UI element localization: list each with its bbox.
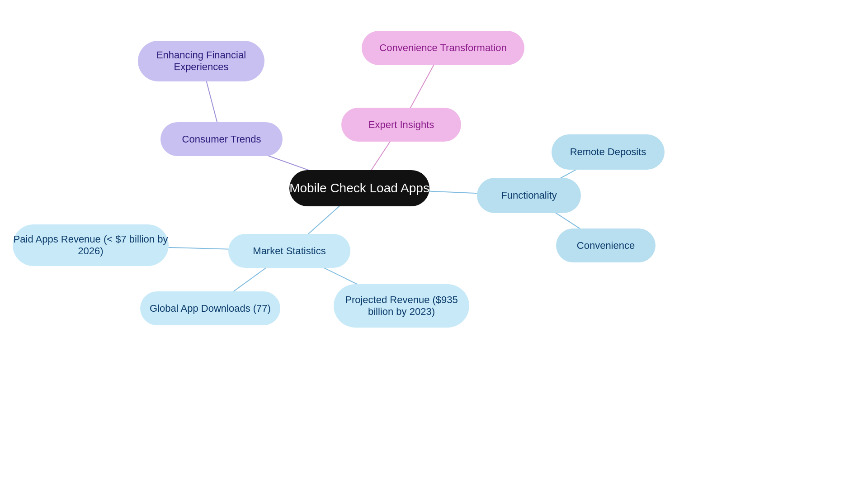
consumer-trends-node: Consumer Trends bbox=[160, 122, 283, 156]
paid-apps-revenue-label: Paid Apps Revenue (< $7 billion by 2026) bbox=[13, 233, 169, 257]
center-label: Mobile Check Load Apps bbox=[289, 181, 429, 195]
convenience-transformation-node: Convenience Transformation bbox=[362, 31, 524, 65]
convenience-label: Convenience bbox=[577, 240, 635, 252]
market-statistics-label: Market Statistics bbox=[253, 245, 326, 257]
global-app-downloads-label: Global App Downloads (77) bbox=[150, 303, 271, 314]
enhancing-financial-node: Enhancing Financial Experiences bbox=[138, 41, 264, 81]
convenience-transformation-label: Convenience Transformation bbox=[379, 42, 506, 54]
functionality-node: Functionality bbox=[477, 178, 581, 213]
global-app-downloads-node: Global App Downloads (77) bbox=[140, 291, 280, 325]
paid-apps-revenue-node: Paid Apps Revenue (< $7 billion by 2026) bbox=[13, 224, 169, 266]
enhancing-financial-label: Enhancing Financial Experiences bbox=[138, 49, 264, 73]
remote-deposits-node: Remote Deposits bbox=[552, 134, 665, 170]
projected-revenue-label: Projected Revenue ($935 billion by 2023) bbox=[334, 294, 469, 318]
consumer-trends-label: Consumer Trends bbox=[182, 133, 261, 145]
projected-revenue-node: Projected Revenue ($935 billion by 2023) bbox=[334, 284, 469, 328]
convenience-node: Convenience bbox=[556, 228, 656, 262]
expert-insights-label: Expert Insights bbox=[368, 119, 434, 131]
market-statistics-node: Market Statistics bbox=[228, 234, 350, 268]
expert-insights-node: Expert Insights bbox=[341, 108, 461, 142]
center-node: Mobile Check Load Apps bbox=[289, 170, 429, 206]
functionality-label: Functionality bbox=[501, 190, 557, 201]
remote-deposits-label: Remote Deposits bbox=[570, 146, 646, 158]
